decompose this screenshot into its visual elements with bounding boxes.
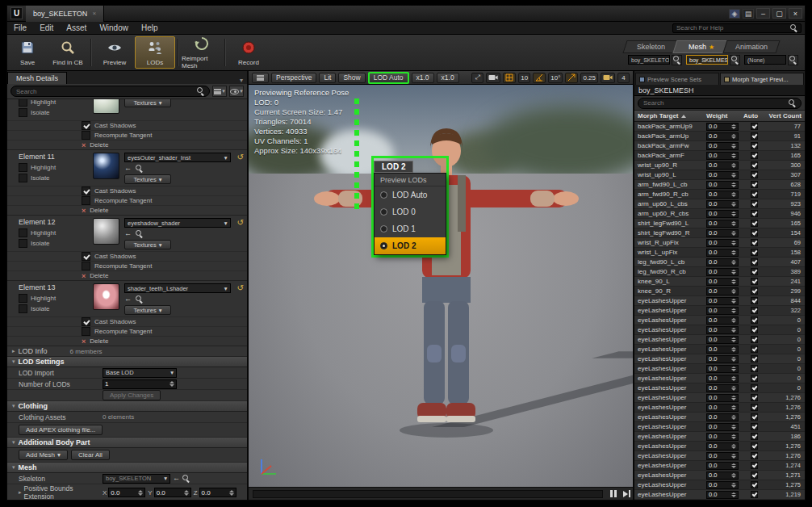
- browse-icon[interactable]: [136, 230, 143, 238]
- morph-weight-spinbox[interactable]: 0.0: [706, 423, 739, 431]
- morph-weight-spinbox[interactable]: 0.0: [706, 239, 739, 247]
- morph-target-row[interactable]: eyeLashesUpper 0.0 186: [634, 432, 805, 442]
- morph-weight-spinbox[interactable]: 0.0: [706, 384, 739, 392]
- morph-weight-spinbox[interactable]: 0.0: [706, 268, 739, 276]
- animation-asset-value[interactable]: (None): [744, 55, 786, 65]
- morph-target-row[interactable]: eyeLashesUpper 0.0 0: [634, 354, 805, 364]
- morph-target-row[interactable]: eyeLashesUpper 0.0 0: [634, 316, 805, 325]
- morph-target-row[interactable]: eyeLashesUpper 0.0 1,276: [634, 413, 805, 422]
- morph-target-row[interactable]: eyeLashesUpper 0.0 1,276: [634, 393, 805, 403]
- morph-target-row[interactable]: shirt_legFwd90_R 0.0 154: [634, 228, 805, 238]
- morph-target-row[interactable]: eyeLashesUpper 0.0 844: [634, 296, 805, 306]
- morph-weight-spinbox[interactable]: 0.0: [706, 471, 739, 480]
- morph-target-row[interactable]: eyeLashesUpper 0.0 1,219: [634, 490, 805, 500]
- layout-icon[interactable]: ▤: [743, 9, 754, 19]
- morph-auto-checkbox[interactable]: [751, 471, 758, 479]
- textures-dropdown[interactable]: Textures▾: [124, 174, 171, 184]
- morph-weight-spinbox[interactable]: 0.0: [706, 171, 739, 179]
- morph-weight-spinbox[interactable]: 0.0: [706, 375, 739, 383]
- morph-weight-spinbox[interactable]: 0.0: [706, 355, 739, 363]
- morph-auto-checkbox[interactable]: [751, 142, 758, 149]
- spinner-arrows-icon[interactable]: [731, 250, 736, 255]
- morph-weight-spinbox[interactable]: 0.0: [706, 229, 739, 237]
- morph-auto-checkbox[interactable]: [751, 210, 758, 217]
- tab-skeleton-mode[interactable]: Skeleton: [622, 40, 680, 53]
- morph-auto-checkbox[interactable]: [751, 287, 758, 295]
- spinner-arrows-icon[interactable]: [731, 454, 736, 459]
- spinner-arrows-icon[interactable]: [731, 231, 736, 236]
- grid-snap-value[interactable]: 10: [518, 73, 530, 83]
- morph-auto-checkbox[interactable]: [751, 152, 758, 159]
- panel-options-icon[interactable]: ▾: [236, 77, 247, 84]
- menu-item-lod-1[interactable]: LOD 1: [375, 220, 446, 237]
- perspective-dropdown[interactable]: Perspective: [271, 73, 316, 83]
- material-thumbnail[interactable]: [93, 218, 119, 245]
- morph-weight-spinbox[interactable]: 0.0: [706, 278, 739, 286]
- spinner-arrows-icon[interactable]: [731, 434, 736, 439]
- morph-auto-checkbox[interactable]: [751, 229, 758, 237]
- morph-auto-checkbox[interactable]: [751, 316, 758, 324]
- morph-auto-checkbox[interactable]: [751, 268, 758, 275]
- spinner-arrows-icon[interactable]: [731, 241, 736, 245]
- morph-target-row[interactable]: backPack_armUp9 0.0 77: [634, 122, 805, 132]
- morph-weight-spinbox[interactable]: 0.0: [706, 191, 739, 199]
- morph-weight-spinbox[interactable]: 0.0: [706, 200, 739, 208]
- browse-mesh-icon[interactable]: [730, 55, 740, 65]
- scale-snap-value[interactable]: 0.25: [580, 73, 598, 83]
- morph-target-row[interactable]: eyeLashesUpper 0.0 1,271: [634, 471, 805, 480]
- recompute-tangent-checkbox[interactable]: [82, 327, 90, 336]
- spinner-arrows-icon[interactable]: [170, 381, 174, 387]
- preview-button[interactable]: Preview: [94, 35, 135, 70]
- menu-help[interactable]: Help: [135, 23, 165, 32]
- material-thumbnail[interactable]: [93, 283, 119, 310]
- spinner-arrows-icon[interactable]: [731, 367, 736, 371]
- morph-target-row[interactable]: eyeLashesUpper 0.0 0: [634, 383, 805, 393]
- morph-weight-spinbox[interactable]: 0.0: [706, 316, 739, 325]
- viewport[interactable]: Perspective Lit Show LOD Auto x1.0 x1.0 …: [249, 71, 633, 500]
- morph-target-row[interactable]: leg_fwd90_R_cb 0.0 389: [634, 267, 805, 277]
- bounds-x-spinbox[interactable]: 0.0: [108, 488, 145, 497]
- morph-target-row[interactable]: eyeLashesUpper 0.0 0: [634, 335, 805, 345]
- morph-weight-spinbox[interactable]: 0.0: [706, 287, 739, 295]
- morph-auto-checkbox[interactable]: [751, 462, 758, 469]
- spinner-arrows-icon[interactable]: [731, 134, 736, 139]
- morph-auto-checkbox[interactable]: [751, 423, 758, 430]
- material-dropdown[interactable]: shader_teeth_Lshader▾: [124, 283, 231, 293]
- feedback-icon[interactable]: ◈: [729, 9, 740, 19]
- spinner-arrows-icon[interactable]: [731, 182, 736, 187]
- morph-weight-spinbox[interactable]: 0.0: [706, 365, 739, 373]
- spinner-arrows-icon[interactable]: [731, 163, 736, 168]
- morph-weight-spinbox[interactable]: 0.0: [706, 307, 739, 315]
- morph-weight-spinbox[interactable]: 0.0: [706, 433, 739, 441]
- morph-target-row[interactable]: arm_fwd90_R_cb 0.0 719: [634, 190, 805, 199]
- morph-weight-spinbox[interactable]: 0.0: [706, 210, 739, 218]
- fov-button[interactable]: x1.0: [437, 73, 459, 83]
- browse-skeleton-icon[interactable]: [672, 55, 682, 65]
- morph-auto-checkbox[interactable]: [751, 249, 758, 256]
- spinner-arrows-icon[interactable]: [731, 483, 736, 488]
- spinner-arrows-icon[interactable]: [731, 328, 736, 333]
- show-dropdown[interactable]: Show: [338, 73, 365, 83]
- morph-target-row[interactable]: backPack_armUp 0.0 91: [634, 132, 805, 141]
- skeleton-asset-value[interactable]: boy_SKELETON: [628, 55, 670, 65]
- spinner-arrows-icon[interactable]: [731, 144, 736, 149]
- spinner-arrows-icon[interactable]: [731, 318, 736, 323]
- spinner-arrows-icon[interactable]: [731, 347, 736, 352]
- morph-weight-spinbox[interactable]: 0.0: [706, 132, 739, 140]
- apply-changes-button[interactable]: Apply Changes: [103, 390, 161, 400]
- column-morph-target[interactable]: Morph Target: [634, 112, 706, 119]
- morph-auto-checkbox[interactable]: [751, 481, 758, 488]
- morph-target-row[interactable]: eyeLashesUpper 0.0 1,276: [634, 403, 805, 413]
- spinner-arrows-icon[interactable]: [731, 444, 736, 449]
- reimport-mesh-button[interactable]: Reimport Mesh: [182, 35, 222, 70]
- lod-auto-button[interactable]: LOD Auto: [368, 72, 409, 84]
- details-search-input[interactable]: [16, 88, 197, 95]
- browse-icon[interactable]: [136, 295, 143, 304]
- delete-icon[interactable]: ×: [82, 272, 86, 280]
- clear-all-button[interactable]: Clear All: [71, 450, 110, 460]
- section-lod-settings[interactable]: ▾LOD Settings: [7, 357, 247, 367]
- tab-preview-scene-sets[interactable]: Preview Scene Sets: [635, 73, 719, 85]
- column-weight[interactable]: Weight: [706, 112, 743, 119]
- spinner-arrows-icon[interactable]: [731, 221, 736, 226]
- browse-animation-icon[interactable]: [788, 55, 798, 65]
